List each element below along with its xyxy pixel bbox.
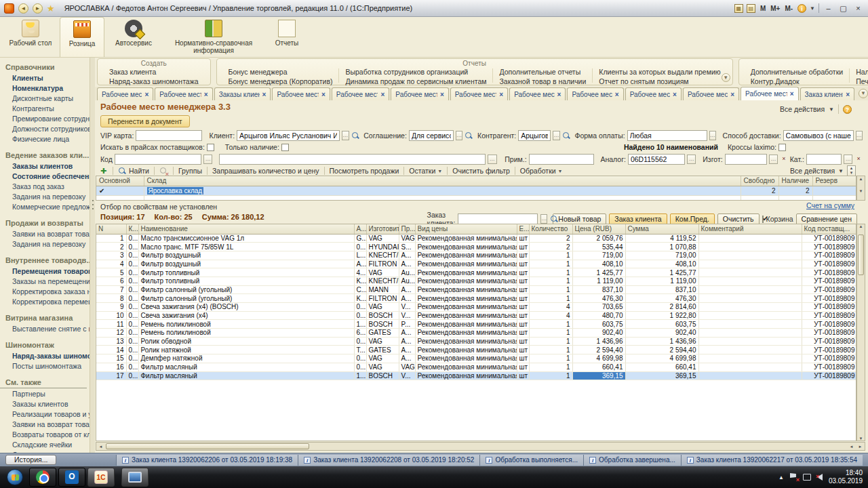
all-actions-top[interactable]: Все действия ▼ ? xyxy=(780,104,852,114)
windows-start-icon[interactable] xyxy=(7,469,23,485)
maker-clear-icon[interactable] xyxy=(780,155,788,164)
tab[interactable]: Рабочее место ...× xyxy=(391,87,448,100)
tab[interactable]: Рабочее место...× xyxy=(567,87,623,100)
sidebar-item[interactable]: Премирование сотрудников xyxy=(0,113,90,123)
sidebar-item[interactable]: Коммерческие предложения... xyxy=(0,201,90,211)
ribbon-section[interactable]: Нормативно-справочная информация xyxy=(163,17,264,57)
sidebar-item[interactable]: Должности сотрудников орг... xyxy=(0,123,90,134)
favorites-star-icon[interactable]: ★ xyxy=(47,3,55,14)
ribbon-section[interactable]: Рабочий стол xyxy=(1,17,60,57)
sidebar-item[interactable]: Корректировка заказа на пе... xyxy=(0,286,90,296)
tab-close-icon[interactable]: × xyxy=(846,91,850,98)
analog-input[interactable] xyxy=(628,154,685,165)
products-column-header[interactable]: А... xyxy=(354,224,366,234)
products-column-header[interactable]: Код поставщ... xyxy=(802,224,856,234)
panel-item[interactable]: Бонус менеджера xyxy=(229,68,333,76)
client-input[interactable] xyxy=(237,130,340,141)
sidebar-splitter[interactable] xyxy=(90,58,95,453)
sidebar-item[interactable]: Заказ под заказ xyxy=(0,181,90,191)
products-column-header[interactable]: N xyxy=(96,224,126,234)
table-row[interactable]: 140...Ролик натяжнойT...GATESA...Рекомен… xyxy=(96,346,856,354)
order-button-ком-пред-[interactable]: Ком.Пред. xyxy=(670,214,715,225)
panel-item[interactable]: Заказной товар в наличии xyxy=(499,77,586,85)
analog-ellipsis-button[interactable] xyxy=(687,155,696,164)
tab-close-icon[interactable]: × xyxy=(730,91,734,98)
order-button-новый-товар[interactable]: Новый товар xyxy=(553,214,606,225)
memory-button[interactable]: M xyxy=(759,5,767,12)
payment-ellipsis-button[interactable] xyxy=(709,131,716,140)
taskbar-chrome-button[interactable] xyxy=(29,468,56,487)
delivery-ellipsis-button[interactable] xyxy=(856,131,863,140)
table-row[interactable]: 130...Ролик обводной0...VAGA...Рекомендо… xyxy=(96,337,856,346)
sidebar-item[interactable]: Посты шиномонтажа xyxy=(0,361,90,371)
products-horizontal-scrollbar[interactable]: ◄ ◄ ► xyxy=(96,442,865,451)
toolbar-button[interactable]: Группы xyxy=(178,167,202,175)
toolbar-button[interactable]: Запрашивать количество и цену xyxy=(212,167,319,175)
tab-close-icon[interactable]: × xyxy=(144,91,149,98)
toolbar-button[interactable]: Посмотреть продажи xyxy=(330,167,399,175)
help-icon[interactable]: ? xyxy=(843,105,852,114)
calculator-icon[interactable]: ▦ xyxy=(734,4,743,13)
cat-clear-icon[interactable] xyxy=(854,155,863,164)
products-column-header[interactable]: Изготовитель xyxy=(366,224,399,234)
tab[interactable]: Рабочее место...× xyxy=(97,87,153,100)
network-icon[interactable] xyxy=(803,474,811,481)
sidebar-item[interactable]: Задания на перевозку xyxy=(0,191,90,201)
tab-close-icon[interactable]: × xyxy=(499,91,503,98)
toolbar-button[interactable]: Очистить фильтр xyxy=(452,167,510,175)
spinner-control[interactable]: ▲▼ xyxy=(847,165,856,176)
counterparty-input[interactable] xyxy=(518,130,551,141)
status-item[interactable]: Заказ клиента 13920062206 от 03.05.2019 … xyxy=(116,455,298,466)
products-column-header[interactable]: Сумма xyxy=(625,224,698,234)
scroll-down-arrow[interactable]: ▼ xyxy=(857,436,865,441)
tab[interactable]: Рабочее место ...× xyxy=(741,87,798,100)
cat-input[interactable] xyxy=(806,154,842,165)
table-row[interactable]: 20...Масло транс. MTF 75/85W 1L0...HYUND… xyxy=(96,243,856,251)
sidebar-item[interactable]: Заявки на возврат товаров от ... xyxy=(0,419,90,429)
table-row[interactable]: 60...Фильтр топливныйK...KNECHT/MA...Au.… xyxy=(96,277,856,285)
forward-icon[interactable]: ► xyxy=(33,3,43,14)
tab[interactable]: Заказ клиента...× xyxy=(800,87,854,100)
taskbar-clock[interactable]: 18:40 03.05.2019 xyxy=(829,469,863,485)
products-column-header[interactable]: Цена (RUB) xyxy=(572,224,625,234)
table-row[interactable]: 160...Фильтр масляный0...VAGVAGРекомендо… xyxy=(96,363,856,371)
scroll-left-arrow2[interactable]: ◄ xyxy=(847,445,856,449)
crosses-laximo-checkbox[interactable] xyxy=(778,144,786,151)
maker-ellipsis-button[interactable] xyxy=(769,155,778,164)
payment-form-input[interactable] xyxy=(627,130,707,141)
sidebar-item[interactable]: Заказы клиентов xyxy=(0,399,90,409)
sidebar-item[interactable]: Перемещения товаров xyxy=(0,266,90,276)
panel-item[interactable]: Бонус менеджера (Корпоратив) xyxy=(229,77,333,85)
agreement-ellipsis-button[interactable] xyxy=(456,131,462,140)
sidebar-item[interactable]: Возвраты товаров от клиентов xyxy=(0,429,90,439)
order-button-очистить[interactable]: Очистить xyxy=(717,214,760,225)
warehouse-column-header[interactable]: Основной xyxy=(96,176,144,186)
tab[interactable]: Рабочее место ...× xyxy=(272,87,330,100)
search-text-ellipsis-button[interactable] xyxy=(488,155,497,164)
sidebar-item[interactable]: Корректировка перемещени... xyxy=(0,296,90,306)
sidebar-item[interactable]: Реализации товаров и услуг xyxy=(0,409,90,419)
status-item[interactable]: Заказ клиента 13920062208 от 03.05.2019 … xyxy=(298,455,479,466)
sidebar-item[interactable]: Состояние обеспечения... xyxy=(0,171,90,181)
panel-item[interactable]: Дополнительные отчеты xyxy=(499,68,586,76)
table-row[interactable]: 50...Фильтр топливный4...VAGAu...Рекомен… xyxy=(96,268,856,277)
table-row[interactable]: 40...Фильтр воздушныйA...FILTRONA...Реко… xyxy=(96,260,856,268)
sidebar-item[interactable]: Складские ячейки xyxy=(0,439,90,449)
agreement-search-icon[interactable] xyxy=(465,131,471,140)
tab-close-icon[interactable]: × xyxy=(440,91,444,98)
basket-checkbox[interactable] xyxy=(762,216,764,223)
tab-close-icon[interactable]: × xyxy=(673,91,677,98)
warehouse-column-header[interactable]: Резерв xyxy=(812,176,856,186)
table-row[interactable]: 150...Демпфер натяжной0...VAGA...Рекомен… xyxy=(96,354,856,363)
sidebar-item[interactable]: Заказы на перемещение xyxy=(0,276,90,286)
table-row[interactable]: 110...Ремень поликлиновой1...BOSCHP...Ре… xyxy=(96,320,856,329)
client-order-ellipsis-button[interactable] xyxy=(540,214,547,224)
compare-prices-button[interactable]: Сравнение цен xyxy=(796,214,857,225)
ribbon-section[interactable]: Отчеты xyxy=(264,17,309,57)
table-row[interactable]: 120...Ремень поликлиновой6...GATESA...Ре… xyxy=(96,329,856,338)
toolbar-button-icon[interactable] xyxy=(159,167,168,176)
table-row[interactable]: 170...Фильтр масляный1...BOSCHV...Рекоме… xyxy=(96,371,856,380)
volume-muted-icon[interactable] xyxy=(817,474,823,481)
invoice-sum-link[interactable]: Счет на сумму xyxy=(806,201,854,209)
scroll-right-arrow[interactable]: ► xyxy=(856,445,865,449)
